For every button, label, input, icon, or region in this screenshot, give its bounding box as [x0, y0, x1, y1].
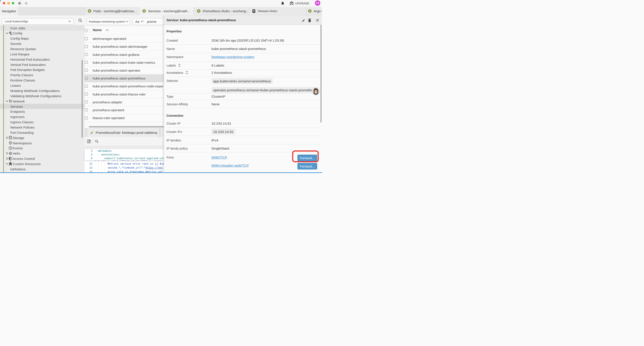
- svg-text:H: H: [10, 153, 11, 154]
